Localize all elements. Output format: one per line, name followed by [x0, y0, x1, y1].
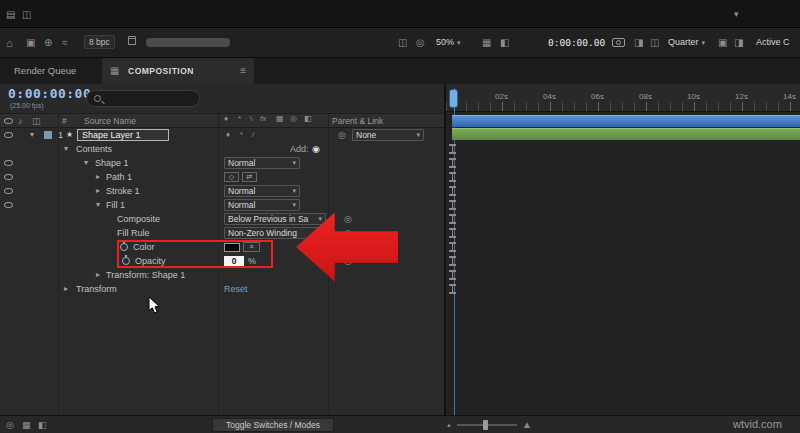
region-of-interest-icon[interactable]: ▣ [718, 37, 727, 48]
grid-guides-icon[interactable]: ▦ [482, 37, 491, 48]
fill1-eye-icon[interactable] [4, 202, 13, 208]
parent-select[interactable]: None▾ [352, 129, 424, 141]
layer-collapse-switch[interactable]: * [240, 128, 243, 142]
transform-shape1-expander-icon[interactable]: ▸ [96, 268, 100, 282]
stroke1-eye-icon[interactable] [4, 188, 13, 194]
snapshot-camera-icon[interactable] [612, 38, 625, 49]
fast-previews-icon[interactable]: ◎ [416, 37, 425, 48]
mask-visibility-icon[interactable]: ◧ [500, 37, 509, 48]
composite-value: Below Previous in Sa [228, 213, 308, 225]
titlebar-chevron-icon[interactable]: ▾ [734, 9, 739, 19]
layer-name-box[interactable]: Shape Layer 1 [77, 129, 169, 141]
layer-row[interactable]: ▾ 1 ★ Shape Layer 1 ♦ * / ◎ None▾ [0, 128, 444, 142]
layer-expander-icon[interactable]: ▾ [30, 128, 34, 142]
playhead-handle[interactable] [449, 89, 458, 108]
layer-visibility-eye-icon[interactable] [4, 132, 13, 138]
pen-tool-icon[interactable]: ≈ [62, 37, 68, 48]
panel-menu-icon[interactable]: ≡ [240, 58, 246, 84]
tab-render-queue[interactable]: Render Queue [0, 58, 100, 84]
shy-column-icon: ♦ [224, 114, 228, 123]
layer-quality-switch[interactable]: / [252, 128, 254, 142]
keyframe-marker [449, 284, 456, 294]
fill1-blend-mode-select[interactable]: Normal▾ [224, 199, 300, 211]
fill-rule-value: Non-Zero Winding [228, 227, 297, 239]
transform-shape1-row[interactable]: ▸ Transform: Shape 1 [0, 268, 444, 282]
opacity-highlight-box [117, 240, 273, 268]
path-direction-icon[interactable]: ⇄ [242, 172, 257, 182]
preview-time-display[interactable]: 0:00:00.00 [548, 37, 605, 48]
bpc-button[interactable]: 8 bpc [84, 35, 115, 49]
contents-row[interactable]: ▾ Contents Add: ◉ [0, 142, 444, 156]
timeline-panel-header: 0:00:00:00 (25.00 fps) [0, 84, 444, 114]
keyframe-marker [449, 144, 456, 154]
zoom-slider-handle[interactable] [483, 420, 488, 430]
composite-select[interactable]: Below Previous in Sa▾ [224, 213, 326, 225]
layer-label-chip[interactable] [44, 131, 52, 139]
search-box[interactable] [86, 90, 200, 107]
timeline-footer-bar: ◎ ▦ ◧ Toggle Switches / Modes ▲ ▲ wtvid.… [0, 415, 800, 433]
camera-view-select[interactable]: Active C [756, 37, 800, 47]
tab-composition[interactable]: ▦ COMPOSITION ≡ [102, 58, 254, 84]
path1-expander-icon[interactable]: ▸ [96, 170, 100, 184]
contents-expander-icon[interactable]: ▾ [64, 142, 68, 156]
fill1-label: Fill 1 [106, 198, 125, 212]
expand-layer-switches-icon[interactable]: ◎ [6, 418, 14, 432]
shape1-blend-mode-value: Normal [228, 157, 255, 169]
main-toolbar: ⌂ ▣ ⊕ ≈ 8 bpc ◫ ◎ 50%▾ ▦ ◧ 0:00:00.00 ◨ … [0, 28, 800, 58]
stroke1-expander-icon[interactable]: ▸ [96, 184, 100, 198]
path1-eye-icon[interactable] [4, 174, 13, 180]
lock-column-icon: ◫ [32, 114, 41, 128]
toggle-switches-modes-button[interactable]: Toggle Switches / Modes [212, 418, 334, 432]
zoom-in-icon[interactable]: ▲ [522, 419, 532, 430]
shape-layer-star-icon: ★ [66, 128, 73, 142]
move-tool-icon[interactable]: ⊕ [44, 37, 52, 48]
expand-in-out-panes-icon[interactable]: ◧ [38, 418, 47, 432]
work-area-bar[interactable] [452, 115, 800, 127]
add-property-button[interactable]: ◉ [312, 142, 320, 156]
stroke1-blend-mode-select[interactable]: Normal▾ [224, 185, 300, 197]
shape1-label: Shape 1 [95, 156, 129, 170]
zoom-out-icon[interactable]: ▲ [446, 422, 452, 428]
magnification-select[interactable]: 50%▾ [436, 37, 461, 47]
home-icon[interactable]: ⌂ [6, 37, 13, 49]
ruler-tick-label: 12s [735, 92, 748, 101]
layer-shy-switch[interactable]: ♦ [226, 128, 230, 142]
fx-column-icon: fx [260, 114, 266, 123]
show-snapshot-icon[interactable]: ◨ [634, 37, 643, 48]
transform-reset-link[interactable]: Reset [224, 282, 248, 296]
shape1-eye-icon[interactable] [4, 160, 13, 166]
path-shape-icon[interactable]: ◇ [224, 172, 239, 182]
stroke1-label: Stroke 1 [106, 184, 140, 198]
transform-expander-icon[interactable]: ▸ [64, 282, 68, 296]
fill1-row[interactable]: ▾ Fill 1 Normal▾ [0, 198, 444, 212]
timeline-zoom-slider[interactable] [457, 424, 517, 426]
exposure-icon[interactable]: ◫ [650, 37, 659, 48]
expand-transfer-controls-icon[interactable]: ▦ [22, 418, 31, 432]
time-ruler[interactable]: 0s 02s 04s 06s 08s 10s 12s 14s [446, 84, 800, 112]
add-label: Add: [290, 142, 309, 156]
fill1-blend-mode-value: Normal [228, 199, 255, 211]
ruler-tick-label: 02s [495, 92, 508, 101]
shape1-blend-mode-select[interactable]: Normal▾ [224, 157, 300, 169]
fill1-expander-icon[interactable]: ▾ [96, 198, 100, 212]
window-icon[interactable]: ◫ [22, 9, 31, 20]
layer-duration-bar[interactable] [452, 128, 800, 140]
composite-pickwhip-icon[interactable]: ◎ [344, 212, 352, 226]
stroke1-row[interactable]: ▸ Stroke 1 Normal▾ [0, 184, 444, 198]
app-menu-icon[interactable]: ▤ [6, 9, 15, 20]
ruler-tick-label: 10s [687, 92, 700, 101]
transparency-grid-icon[interactable]: ◨ [734, 37, 743, 48]
shape1-row[interactable]: ▾ Shape 1 Normal▾ [0, 156, 444, 170]
window-titlebar: ▤ ◫ ▾ [0, 0, 800, 28]
resolution-select[interactable]: Quarter▾ [668, 37, 705, 47]
channels-icon[interactable]: ◫ [398, 37, 407, 48]
delete-icon[interactable] [128, 36, 136, 47]
path1-row[interactable]: ▸ Path 1 ◇ ⇄ [0, 170, 444, 184]
current-timecode[interactable]: 0:00:00:00 [8, 86, 91, 101]
quality-column-icon: \ [250, 114, 252, 123]
shape1-expander-icon[interactable]: ▾ [84, 156, 88, 170]
composite-row[interactable]: Composite Below Previous in Sa▾ ◎ [0, 212, 444, 226]
workspace-icon[interactable]: ▣ [26, 37, 35, 48]
parent-pickwhip-icon[interactable]: ◎ [338, 128, 346, 142]
transform-row[interactable]: ▸ Transform Reset [0, 282, 444, 296]
